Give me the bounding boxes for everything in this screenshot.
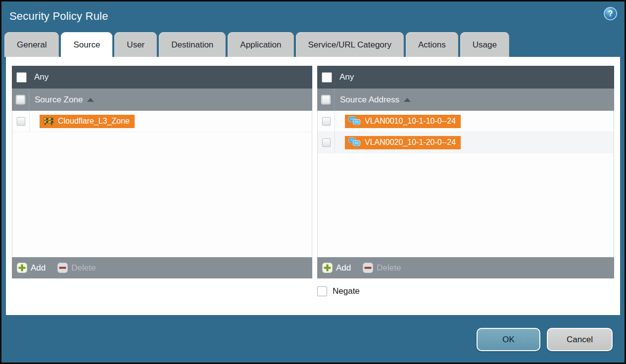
minus-icon: [363, 263, 373, 273]
tab-actions[interactable]: Actions: [406, 32, 458, 57]
source-address-column-header[interactable]: Source Address: [317, 89, 614, 111]
negate-label: Negate: [333, 286, 360, 296]
cancel-button[interactable]: Cancel: [547, 328, 613, 351]
security-policy-rule-dialog: Security Policy Rule ? General Source Us…: [0, 0, 626, 364]
source-zone-selectall-cell: [12, 89, 29, 111]
source-zone-panel-footer: Add Delete: [12, 257, 312, 278]
tab-usage[interactable]: Usage: [460, 32, 509, 57]
dialog-footer: OK Cancel: [1, 315, 625, 363]
source-address-column-label: Source Address: [340, 95, 399, 105]
source-address-any-checkbox[interactable]: [322, 72, 332, 83]
tab-content-source: Any Source Zone: [6, 57, 620, 315]
tab-destination[interactable]: Destination: [159, 32, 226, 57]
address-value-label: VLAN0020_10-1-20-0--24: [365, 138, 456, 147]
add-zone-label: Add: [31, 263, 46, 273]
plus-icon: [322, 263, 333, 273]
source-zone-list: Cloudflare_L3_Zone: [12, 111, 312, 257]
source-address-list: VLAN0010_10-1-10-0--24: [317, 111, 614, 257]
address-icon: [348, 137, 361, 147]
plus-icon: [17, 263, 27, 273]
row-checkbox-cell: [318, 132, 335, 153]
address-value-chip[interactable]: VLAN0020_10-1-20-0--24: [345, 136, 461, 149]
source-zone-any-checkbox[interactable]: [16, 72, 27, 83]
address-value-label: VLAN0010_10-1-10-0--24: [365, 117, 456, 126]
sort-ascending-icon: [87, 98, 94, 102]
source-address-selectall-checkbox[interactable]: [322, 95, 330, 104]
source-zone-column-header[interactable]: Source Zone: [12, 89, 312, 111]
tab-application[interactable]: Application: [228, 32, 293, 57]
zone-value-label: Cloudflare_L3_Zone: [58, 117, 130, 126]
source-zone-any-header: Any: [12, 66, 312, 89]
source-address-panel-footer: Add Delete: [317, 257, 614, 278]
source-zone-any-label: Any: [34, 72, 48, 82]
address-icon: [348, 116, 361, 126]
source-address-panel: Any Source Address: [317, 66, 614, 278]
delete-zone-button[interactable]: Delete: [57, 263, 96, 273]
dialog-title: Security Policy Rule: [9, 10, 108, 23]
tab-service-url-category[interactable]: Service/URL Category: [296, 32, 404, 57]
row-checkbox-cell: [318, 111, 335, 132]
add-address-label: Add: [336, 263, 351, 273]
address-value-chip[interactable]: VLAN0010_10-1-10-0--24: [345, 115, 461, 128]
source-address-selectall-cell: [317, 89, 335, 111]
source-zone-panel: Any Source Zone: [12, 66, 312, 278]
delete-address-button[interactable]: Delete: [363, 263, 401, 273]
row-checkbox-cell: [12, 111, 30, 132]
negate-row: Negate: [317, 286, 620, 296]
list-item[interactable]: Cloudflare_L3_Zone: [12, 111, 312, 132]
list-item[interactable]: VLAN0020_10-1-20-0--24: [318, 132, 614, 153]
add-zone-button[interactable]: Add: [17, 263, 46, 273]
zone-value-chip[interactable]: Cloudflare_L3_Zone: [40, 115, 135, 128]
ok-button[interactable]: OK: [477, 328, 540, 351]
source-address-any-header: Any: [317, 66, 614, 89]
source-zone-selectall-checkbox[interactable]: [16, 95, 25, 104]
tab-source[interactable]: Source: [61, 32, 112, 57]
delete-zone-label: Delete: [71, 263, 96, 273]
row-checkbox[interactable]: [322, 138, 331, 147]
dialog-titlebar: Security Policy Rule ?: [1, 1, 625, 32]
delete-address-label: Delete: [377, 263, 401, 273]
row-checkbox[interactable]: [17, 117, 25, 126]
minus-icon: [57, 263, 68, 273]
row-checkbox[interactable]: [322, 117, 331, 126]
list-item[interactable]: VLAN0010_10-1-10-0--24: [318, 111, 614, 132]
tab-bar: General Source User Destination Applicat…: [4, 32, 625, 57]
add-address-button[interactable]: Add: [322, 263, 351, 273]
help-icon[interactable]: ?: [604, 7, 617, 20]
tab-general[interactable]: General: [4, 32, 59, 57]
panels-row: Any Source Zone: [6, 57, 620, 278]
negate-checkbox[interactable]: [317, 286, 327, 296]
source-zone-column-label: Source Zone: [35, 95, 83, 105]
zone-icon: [43, 117, 54, 125]
tab-user[interactable]: User: [114, 32, 157, 57]
sort-ascending-icon: [404, 98, 411, 102]
source-address-any-label: Any: [339, 72, 354, 82]
